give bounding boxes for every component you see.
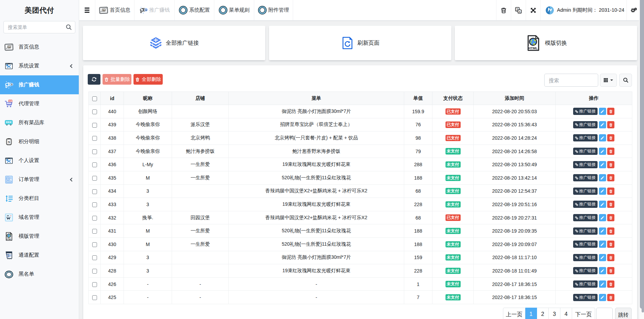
svg-text:$: $ [8, 254, 9, 257]
svg-text:HTML: HTML [6, 238, 12, 240]
svg-text:S: S [8, 140, 10, 144]
svg-text:HTML: HTML [528, 46, 538, 50]
svg-text:$: $ [11, 83, 12, 86]
svg-text:A: A [519, 10, 521, 13]
